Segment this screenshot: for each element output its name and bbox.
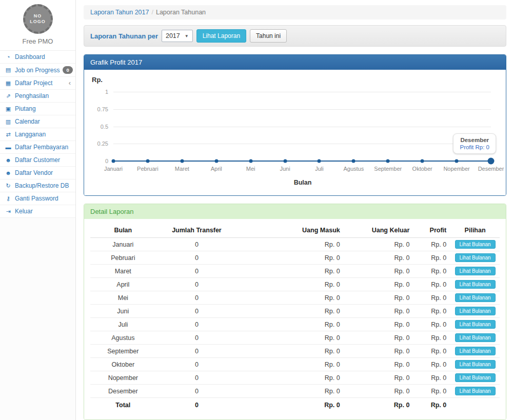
table-row: April0Rp. 0Rp. 0Rp. 0Lihat Bulanan: [90, 278, 500, 291]
table-row: Agustus0Rp. 0Rp. 0Rp. 0Lihat Bulanan: [90, 331, 500, 345]
column-header: Jumlah Transfer: [156, 223, 238, 238]
line-chart-icon: ⇗: [5, 93, 12, 99]
column-header: Pilihan: [450, 223, 500, 238]
chevron-down-icon: ▼: [185, 34, 189, 38]
chart-x-axis-label: Bulan: [107, 179, 498, 186]
chart-tooltip: Desember Profit Rp: 0: [453, 133, 496, 154]
view-monthly-button[interactable]: Lihat Bulanan: [455, 253, 496, 262]
sidebar-item-label: Ganti Password: [15, 195, 58, 202]
table-row: Juli0Rp. 0Rp. 0Rp. 0Lihat Bulanan: [90, 318, 500, 331]
sidebar-item-daftar-project[interactable]: ▦Daftar Project‹: [0, 77, 75, 90]
this-year-button[interactable]: Tahun ini: [250, 29, 287, 43]
breadcrumb-link-laporan-tahun[interactable]: Laporan Tahun 2017: [90, 9, 149, 16]
cell: Rp. 0: [344, 358, 414, 371]
cell: Rp. 0: [238, 318, 344, 331]
x-tick-label: Agustus: [343, 166, 364, 172]
view-monthly-button[interactable]: Lihat Bulanan: [455, 387, 496, 395]
money-bill-icon: ▬: [5, 144, 12, 150]
cell: Pebruari: [90, 251, 156, 265]
sidebar-item-label: Calendar: [15, 118, 40, 125]
count-badge: 0: [63, 66, 72, 74]
view-monthly-button[interactable]: Lihat Bulanan: [455, 280, 496, 289]
cell: Rp. 0: [238, 291, 344, 305]
table-row: Pebruari0Rp. 0Rp. 0Rp. 0Lihat Bulanan: [90, 251, 500, 265]
cell: 0: [156, 345, 238, 358]
detail-report-panel: Detail Laporan BulanJumlah TransferUang …: [84, 204, 506, 420]
cell: 0: [156, 318, 238, 331]
data-point-maret: [180, 159, 184, 163]
cell: Rp. 0: [344, 385, 414, 398]
data-point-nopember: [455, 159, 459, 163]
x-tick-label: Januari: [104, 166, 123, 172]
sidebar-item-label: Piutang: [15, 105, 36, 112]
cell: Juli: [90, 318, 156, 331]
sidebar-item-daftar-pembayaran[interactable]: ▬Daftar Pembayaran: [0, 141, 75, 154]
main-content: Laporan Tahun 2017/Laporan Tahunan Lapor…: [76, 0, 513, 420]
cell: Rp. 0: [238, 305, 344, 318]
detail-panel-body: BulanJumlah TransferUang MasukUang Kelua…: [84, 219, 506, 419]
cell: 0: [156, 291, 238, 305]
chart-gridline: 1: [113, 92, 491, 92]
cell: Rp. 0: [413, 278, 450, 291]
data-point-pebruari: [146, 159, 149, 163]
sidebar-item-penghasilan[interactable]: ⇗Penghasilan: [0, 90, 75, 103]
view-monthly-button[interactable]: Lihat Bulanan: [455, 267, 496, 275]
view-monthly-button[interactable]: Lihat Bulanan: [455, 360, 496, 369]
cell: Rp. 0: [413, 331, 450, 345]
chart-gridline: 0.25: [113, 144, 491, 144]
chart-x-tick-labels: JanuariPebruariMaretAprilMeiJuniJuliAgus…: [113, 166, 491, 173]
sidebar-item-ganti-password[interactable]: ⚷Ganti Password: [0, 192, 75, 205]
action-cell: Lihat Bulanan: [450, 318, 500, 331]
action-cell: Lihat Bulanan: [450, 291, 500, 305]
x-tick-label: Maret: [175, 166, 189, 172]
breadcrumb-separator: /: [151, 9, 153, 16]
sidebar-item-calendar[interactable]: ▥Calendar: [0, 115, 75, 128]
year-select[interactable]: 2017 ▼: [162, 30, 193, 42]
cell: Rp. 0: [238, 385, 344, 398]
sidebar-item-label: Daftar Vendor: [15, 169, 53, 176]
cell: Rp. 0: [344, 251, 414, 265]
y-tick-label: 0.5: [101, 124, 108, 130]
view-monthly-button[interactable]: Lihat Bulanan: [455, 320, 496, 329]
cell: Total: [90, 398, 156, 413]
chart-panel-title: Grafik Profit 2017: [84, 55, 506, 70]
view-report-button[interactable]: Lihat Laporan: [196, 29, 246, 43]
tooltip-month: Desember: [460, 137, 489, 143]
cell: Rp. 0: [238, 238, 344, 251]
x-tick-label: Juni: [280, 166, 290, 172]
x-tick-label: April: [211, 166, 222, 172]
x-tick-label: September: [374, 166, 402, 172]
x-tick-label: Desember: [478, 166, 504, 172]
sidebar-item-keluar[interactable]: ⇥Keluar: [0, 205, 75, 218]
chart-panel-body: Rp. Desember Profit Rp: 0 00.250.50.751 …: [84, 70, 506, 195]
sidebar-item-daftar-vendor[interactable]: ☻Daftar Vendor: [0, 167, 75, 179]
brand-block: NO LOGO Free PMO: [0, 0, 75, 51]
calendar-icon: ▥: [5, 118, 12, 125]
cell: Rp. 0: [413, 385, 450, 398]
cell: Rp. 0: [344, 398, 414, 413]
logo-text-line1: NO: [34, 13, 42, 19]
view-monthly-button[interactable]: Lihat Bulanan: [455, 293, 496, 302]
cell: 0: [156, 305, 238, 318]
sidebar-item-dashboard[interactable]: ◔Dashboard: [0, 51, 75, 64]
cell: Januari: [90, 238, 156, 251]
data-point-desember: [488, 158, 495, 165]
cell: Rp. 0: [344, 345, 414, 358]
view-monthly-button[interactable]: Lihat Bulanan: [455, 333, 496, 342]
sidebar-item-job-on-progress[interactable]: ▤Job on Progress0: [0, 64, 75, 77]
column-header: Profit: [413, 223, 450, 238]
sidebar-item-langganan[interactable]: ⇄Langganan: [0, 128, 75, 141]
x-tick-label: Pebruari: [137, 166, 159, 172]
view-monthly-button[interactable]: Lihat Bulanan: [455, 373, 496, 382]
view-monthly-button[interactable]: Lihat Bulanan: [455, 240, 496, 249]
chart-gridline: 0.75: [113, 109, 491, 110]
view-monthly-button[interactable]: Lihat Bulanan: [455, 347, 496, 355]
sidebar-item-piutang[interactable]: ▣Piutang: [0, 103, 75, 115]
cell: Rp. 0: [413, 358, 450, 371]
table-row: Maret0Rp. 0Rp. 0Rp. 0Lihat Bulanan: [90, 265, 500, 278]
cell: Rp. 0: [413, 305, 450, 318]
sidebar-item-daftar-customer[interactable]: ☻Daftar Customer: [0, 154, 75, 167]
view-monthly-button[interactable]: Lihat Bulanan: [455, 307, 496, 315]
sidebar-item-backup-restore-db[interactable]: ↻Backup/Restore DB: [0, 179, 75, 192]
data-point-oktober: [421, 159, 424, 163]
